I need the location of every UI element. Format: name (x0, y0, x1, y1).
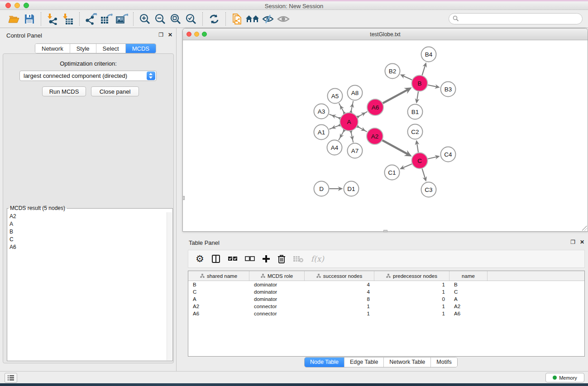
edge-D-D1[interactable] (330, 186, 343, 191)
column-header-MCDS-role[interactable]: MCDS role (249, 271, 305, 281)
float-panel-icon[interactable]: ❐ (158, 32, 163, 38)
graph-node-C1[interactable]: C1 (385, 165, 400, 180)
table-cell[interactable]: dominator (249, 295, 305, 303)
table-cell[interactable]: dominator (249, 288, 305, 295)
add-row-icon[interactable] (262, 253, 270, 265)
window-edge-grip[interactable] (182, 196, 185, 200)
search-input[interactable] (449, 13, 583, 24)
graph-node-C[interactable]: C (412, 153, 428, 169)
graph-node-B2[interactable]: B2 (385, 64, 400, 79)
edge-B-B2[interactable] (399, 72, 412, 80)
table-cell[interactable]: 8 (305, 295, 374, 303)
table-row[interactable]: Bdominator41B (188, 281, 584, 288)
result-item[interactable]: A (8, 220, 167, 228)
network-canvas[interactable]: B4B2BB3A5A8A6B1A3AA1C2A2A4A7C4CC1C3DD1 (183, 40, 588, 231)
close-panel-button[interactable]: Close panel (91, 86, 139, 96)
table-cell[interactable]: 4 (305, 288, 374, 295)
import-network-icon[interactable] (45, 11, 60, 27)
table-settings-icon[interactable]: ⚙ (196, 253, 204, 265)
table-row[interactable]: A6connector11A6 (188, 310, 584, 317)
task-history-button[interactable] (5, 373, 17, 383)
zoom-out-icon[interactable] (153, 11, 168, 27)
save-session-icon[interactable] (22, 11, 37, 27)
table-cell[interactable]: C (188, 288, 249, 295)
table-cell[interactable]: 0 (374, 295, 449, 303)
graph-node-B[interactable]: B (412, 76, 428, 91)
tab-style[interactable]: Style (70, 44, 96, 53)
graph-node-A4[interactable]: A4 (327, 140, 342, 155)
result-item[interactable]: A6 (8, 243, 167, 251)
table-cell[interactable]: 1 (374, 281, 449, 288)
result-item[interactable]: C (8, 235, 167, 243)
close-panel-icon[interactable]: ✕ (168, 32, 172, 38)
tab-node-table[interactable]: Node Table (305, 357, 344, 367)
tab-edge-table[interactable]: Edge Table (344, 357, 384, 367)
zoom-fit-icon[interactable] (168, 11, 183, 27)
edge-A2-C[interactable] (382, 140, 414, 159)
column-header-shared-name[interactable]: shared name (188, 271, 249, 281)
graph-node-A7[interactable]: A7 (348, 143, 363, 158)
graph-node-A5[interactable]: A5 (328, 89, 343, 104)
table-cell[interactable]: dominator (249, 281, 305, 288)
edge-B-B1[interactable] (414, 91, 420, 104)
clone-network-icon[interactable] (229, 11, 245, 27)
delete-row-icon[interactable] (277, 253, 286, 265)
import-table-icon[interactable] (60, 11, 76, 27)
table-cell[interactable]: 1 (305, 303, 374, 310)
result-item[interactable]: B (8, 228, 167, 235)
graph-node-B4[interactable]: B4 (421, 47, 436, 62)
edge-C-C4[interactable] (428, 154, 440, 159)
run-mcds-button[interactable]: Run MCDS (42, 86, 86, 96)
table-cell[interactable]: 1 (374, 303, 449, 310)
graph-node-A3[interactable]: A3 (314, 104, 329, 119)
table-row[interactable]: Adominator80A (188, 295, 584, 303)
close-panel-icon[interactable]: ✕ (580, 239, 584, 245)
column-header-name[interactable]: name (449, 271, 488, 281)
table-cell[interactable]: connector (249, 303, 305, 310)
window-edge-grip[interactable] (383, 230, 387, 232)
table-row[interactable]: Cdominator41C (188, 288, 584, 295)
graph-node-C4[interactable]: C4 (441, 147, 456, 162)
result-item[interactable]: A2 (8, 212, 167, 220)
edge-A6-B[interactable] (383, 85, 414, 103)
column-header-predecessor-nodes[interactable]: predecessor nodes (374, 271, 449, 281)
graph-node-C3[interactable]: C3 (421, 182, 436, 197)
tab-network[interactable]: Network (35, 44, 70, 53)
show-eye-icon[interactable] (276, 11, 291, 27)
graph-node-A8[interactable]: A8 (348, 86, 363, 100)
tab-select[interactable]: Select (96, 44, 126, 53)
table-cell[interactable]: 1 (374, 310, 449, 317)
table-cell[interactable]: A2 (449, 303, 488, 310)
float-panel-icon[interactable]: ❐ (570, 239, 575, 245)
export-image-icon[interactable] (114, 11, 129, 27)
zoom-selected-icon[interactable] (183, 11, 199, 27)
table-cell[interactable]: A2 (188, 303, 249, 310)
table-cell[interactable]: A6 (449, 310, 488, 317)
column-header-successor-nodes[interactable]: successor nodes (305, 271, 374, 281)
edge-C-C1[interactable] (399, 164, 412, 171)
edge-B-B3[interactable] (428, 84, 440, 90)
table-cell[interactable]: 1 (305, 310, 374, 317)
graph-node-A6[interactable]: A6 (367, 99, 383, 115)
window-resize-handle[interactable] (582, 226, 587, 231)
table-cell[interactable]: 1 (374, 288, 449, 295)
homes-icon[interactable] (245, 11, 260, 27)
refresh-icon[interactable] (206, 11, 222, 27)
tab-mcds[interactable]: MCDS (126, 44, 156, 53)
table-cell[interactable]: B (188, 281, 249, 288)
tab-motifs[interactable]: Motifs (431, 357, 457, 367)
graph-node-A1[interactable]: A1 (314, 125, 329, 140)
table-cell[interactable]: A (188, 295, 249, 303)
memory-button[interactable]: Memory (545, 373, 584, 382)
edge-C-C2[interactable] (414, 140, 420, 152)
table-cell[interactable]: B (449, 281, 488, 288)
table-cell[interactable]: A (449, 295, 488, 303)
result-scrollbar[interactable] (167, 212, 172, 360)
graph-node-D[interactable]: D (314, 181, 329, 196)
tab-network-table[interactable]: Network Table (384, 357, 431, 367)
graph-node-A2[interactable]: A2 (367, 128, 383, 144)
select-all-icon[interactable] (228, 253, 238, 265)
table-cell[interactable]: A6 (188, 310, 249, 317)
graph-node-A[interactable]: A (340, 113, 358, 131)
insert-column-icon[interactable] (211, 253, 220, 265)
